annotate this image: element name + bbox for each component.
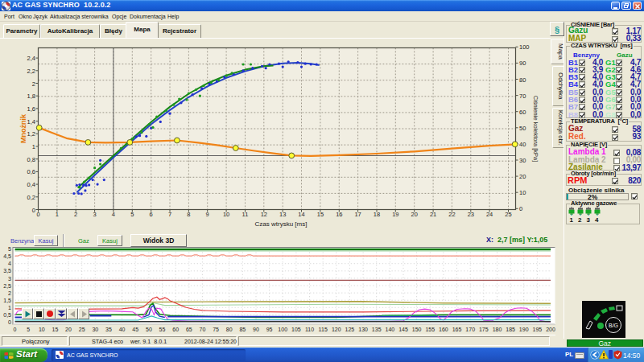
svg-text:105: 105	[291, 327, 301, 332]
svg-text:22: 22	[448, 211, 455, 218]
svg-text:40: 40	[519, 141, 526, 148]
svg-text:21: 21	[430, 211, 436, 218]
svg-text:17: 17	[354, 211, 361, 218]
svg-text:30: 30	[519, 157, 526, 164]
svg-text:0,6: 0,6	[27, 168, 35, 175]
svg-text:90: 90	[519, 60, 526, 67]
svg-text:185: 185	[506, 327, 515, 332]
svg-text:4: 4	[112, 211, 115, 218]
svg-text:5: 5	[8, 246, 11, 252]
svg-text:14: 14	[298, 211, 304, 218]
svg-text:2: 2	[74, 211, 77, 218]
svg-text:125: 125	[345, 327, 355, 332]
svg-text:0,4: 0,4	[27, 181, 35, 188]
svg-text:0: 0	[8, 319, 11, 325]
svg-text:2,5: 2,5	[3, 283, 11, 289]
svg-text:145: 145	[398, 327, 408, 332]
svg-text:95: 95	[266, 327, 273, 332]
svg-text:175: 175	[479, 327, 489, 332]
svg-text:50: 50	[146, 327, 152, 332]
svg-text:1: 1	[8, 305, 11, 311]
svg-text:3: 3	[93, 211, 97, 218]
svg-text:24: 24	[486, 211, 493, 218]
svg-text:200: 200	[546, 327, 555, 332]
svg-text:15: 15	[52, 327, 59, 332]
svg-text:160: 160	[439, 327, 448, 332]
svg-text:30: 30	[92, 327, 98, 332]
svg-text:2: 2	[32, 80, 35, 88]
svg-text:190: 190	[519, 327, 529, 332]
svg-text:195: 195	[533, 327, 543, 332]
svg-text:165: 165	[452, 327, 462, 332]
svg-text:55: 55	[159, 327, 166, 332]
svg-text:50: 50	[519, 125, 526, 132]
svg-text:70: 70	[200, 327, 206, 332]
svg-text:80: 80	[519, 76, 526, 84]
svg-text:65: 65	[186, 327, 192, 332]
svg-text:1,8: 1,8	[27, 93, 35, 100]
svg-text:Czas wtrysku [ms]: Czas wtrysku [ms]	[255, 220, 308, 228]
svg-text:0,5: 0,5	[3, 312, 11, 318]
svg-text:60: 60	[172, 327, 179, 332]
svg-text:3: 3	[8, 276, 11, 282]
svg-text:135: 135	[372, 327, 382, 332]
svg-text:16: 16	[336, 211, 342, 218]
svg-text:1: 1	[32, 143, 35, 150]
svg-text:1,6: 1,6	[27, 105, 35, 113]
svg-text:B/G: B/G	[609, 323, 618, 328]
svg-text:130: 130	[358, 327, 368, 332]
svg-text:170: 170	[465, 327, 475, 332]
svg-text:75: 75	[213, 327, 219, 332]
svg-text:80: 80	[226, 327, 233, 332]
svg-text:20: 20	[519, 173, 526, 180]
svg-text:35: 35	[105, 327, 112, 332]
svg-text:40: 40	[119, 327, 126, 332]
svg-text:7: 7	[168, 211, 171, 218]
svg-text:11: 11	[242, 211, 249, 218]
svg-text:150: 150	[412, 327, 422, 332]
svg-text:Mnożnik: Mnożnik	[19, 113, 27, 143]
svg-text:25: 25	[505, 211, 511, 218]
svg-text:9: 9	[206, 211, 209, 218]
svg-text:115: 115	[319, 327, 328, 332]
svg-text:180: 180	[493, 327, 502, 332]
svg-text:140: 140	[386, 327, 395, 332]
svg-text:60: 60	[519, 109, 526, 116]
svg-text:6: 6	[150, 211, 153, 218]
svg-text:45: 45	[132, 327, 138, 332]
svg-text:0: 0	[14, 327, 17, 332]
svg-text:1,5: 1,5	[3, 298, 11, 303]
svg-text:0: 0	[519, 205, 522, 212]
svg-text:10: 10	[223, 211, 229, 218]
svg-text:4: 4	[8, 261, 11, 266]
svg-text:13: 13	[279, 211, 286, 218]
svg-text:15: 15	[317, 211, 324, 218]
svg-text:3,5: 3,5	[3, 268, 11, 274]
svg-text:10: 10	[39, 327, 45, 332]
svg-text:0: 0	[36, 211, 39, 218]
svg-text:23: 23	[468, 211, 474, 218]
svg-text:85: 85	[239, 327, 246, 332]
svg-text:120: 120	[332, 327, 341, 332]
svg-text:4,5: 4,5	[3, 253, 11, 259]
svg-text:18: 18	[374, 211, 380, 218]
svg-text:100: 100	[519, 43, 530, 51]
svg-text:0: 0	[32, 207, 35, 214]
svg-text:2,4: 2,4	[27, 55, 35, 62]
svg-text:5: 5	[130, 211, 134, 218]
svg-text:155: 155	[425, 327, 435, 332]
svg-text:8: 8	[187, 211, 190, 218]
svg-text:2,2: 2,2	[27, 68, 35, 75]
svg-text:100: 100	[278, 327, 287, 332]
svg-text:1: 1	[56, 211, 59, 218]
svg-text:5: 5	[27, 327, 30, 332]
svg-text:0,8: 0,8	[27, 156, 35, 163]
svg-text:Ciśnienie kolektora [kPa]: Ciśnienie kolektora [kPa]	[532, 96, 539, 162]
svg-text:20: 20	[65, 327, 72, 332]
svg-text:12: 12	[261, 211, 267, 218]
svg-text:90: 90	[253, 327, 259, 332]
svg-text:110: 110	[305, 327, 314, 332]
svg-text:25: 25	[79, 327, 85, 332]
svg-text:10: 10	[519, 189, 526, 196]
svg-text:2: 2	[8, 290, 11, 296]
